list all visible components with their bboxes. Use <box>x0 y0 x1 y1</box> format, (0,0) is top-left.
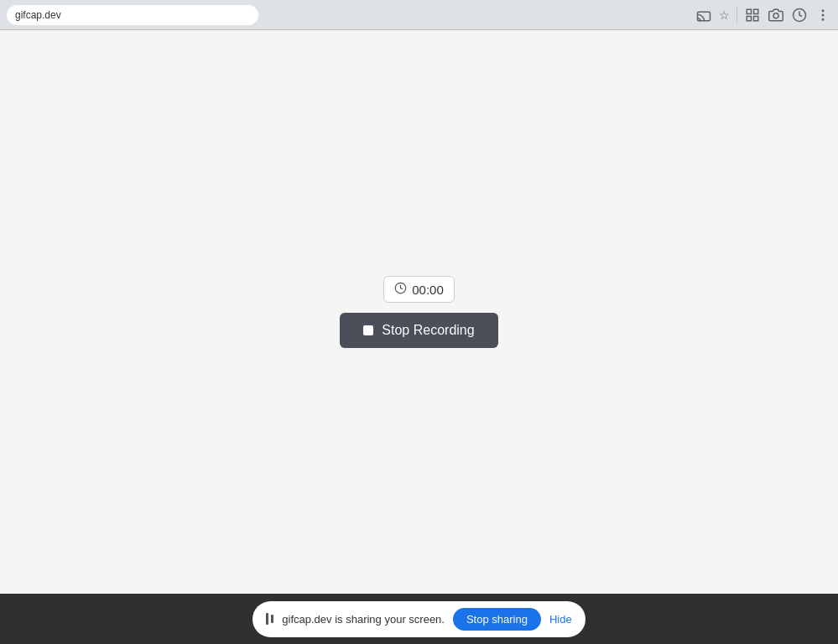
url-bar[interactable]: gifcap.dev <box>7 5 258 25</box>
hide-button[interactable]: Hide <box>549 613 572 626</box>
sharing-bar-2 <box>271 615 273 623</box>
stop-icon <box>363 325 373 335</box>
screenshot-icon[interactable] <box>768 7 784 23</box>
stop-recording-button[interactable]: Stop Recording <box>340 313 497 348</box>
sharing-notification: gifcap.dev is sharing your screen. Stop … <box>252 601 585 637</box>
stop-recording-label: Stop Recording <box>382 323 474 338</box>
svg-rect-4 <box>754 16 758 20</box>
svg-point-8 <box>822 14 824 16</box>
main-content: 00:00 Stop Recording <box>0 30 838 594</box>
timer-display: 00:00 <box>383 276 455 303</box>
svg-rect-1 <box>747 9 751 13</box>
svg-point-7 <box>822 10 824 12</box>
url-text: gifcap.dev <box>15 9 61 21</box>
svg-point-5 <box>773 13 778 18</box>
cast-icon[interactable] <box>695 7 712 23</box>
timer-icon <box>394 282 407 297</box>
browser-icons: ☆ <box>695 7 831 23</box>
sharing-bar-1 <box>266 613 268 625</box>
bookmark-icon[interactable]: ☆ <box>719 8 730 22</box>
svg-rect-2 <box>754 9 758 13</box>
sharing-text: gifcap.dev is sharing your screen. <box>282 613 445 626</box>
sharing-indicator <box>266 613 273 625</box>
timer-text: 00:00 <box>412 283 444 297</box>
svg-rect-3 <box>747 16 751 20</box>
history-icon[interactable] <box>791 7 808 23</box>
screen-sharing-bar: gifcap.dev is sharing your screen. Stop … <box>0 594 838 644</box>
browser-chrome: gifcap.dev ☆ <box>0 0 838 30</box>
svg-point-9 <box>822 18 824 20</box>
divider <box>737 7 737 23</box>
extensions-icon[interactable] <box>744 7 761 23</box>
stop-sharing-button[interactable]: Stop sharing <box>453 608 541 631</box>
menu-icon[interactable] <box>815 7 831 23</box>
